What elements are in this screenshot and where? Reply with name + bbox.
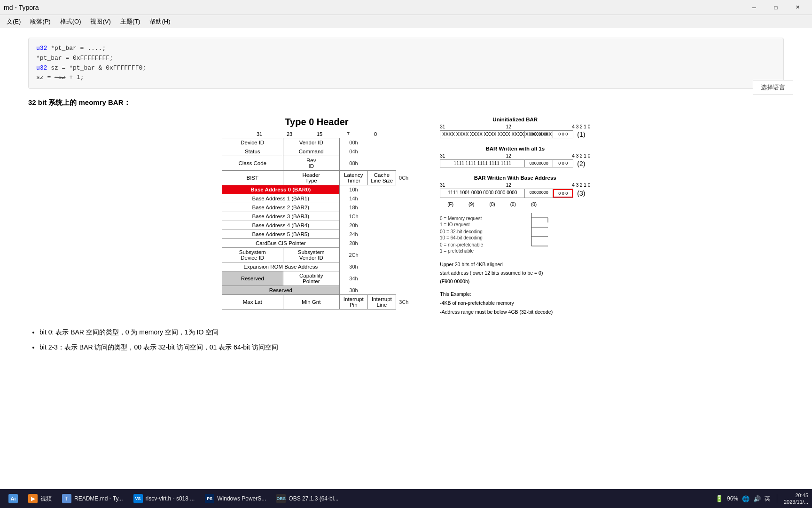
bit-label-31c: 31 bbox=[440, 183, 445, 188]
clock-date: 2023/11/... bbox=[784, 499, 808, 505]
bar-all-ones: BAR Written with all 1s 31 12 4 3 2 1 0 … bbox=[440, 146, 590, 167]
cell-offset-30h: 30h bbox=[339, 262, 367, 271]
cell-cache-line-size: CacheLine Size bbox=[367, 171, 396, 185]
battery-icon: 🔋 bbox=[715, 495, 723, 502]
typora-label: README.md - Ty... bbox=[74, 495, 123, 502]
table-row: Reserved 38h bbox=[222, 286, 412, 295]
minimize-button[interactable]: ─ bbox=[743, 0, 765, 15]
taskbar-app-vscode[interactable]: VS riscv-virt.h - s018 ... bbox=[129, 492, 200, 505]
cell-offset-1ch: 1Ch bbox=[339, 212, 367, 221]
cell-offset-08h: 08h bbox=[339, 156, 367, 171]
title-bar: md - Typora ─ □ ✕ bbox=[0, 0, 812, 15]
cell-offset-04h: 04h bbox=[339, 147, 367, 156]
title-text: md - Typora bbox=[4, 4, 39, 11]
taskbar-app-typora[interactable]: T README.md - Ty... bbox=[57, 492, 128, 505]
table-row: Base Address 2 (BAR2) 18h bbox=[222, 203, 412, 212]
code-block: u32 *pt_bar = ....; *pt_bar = 0xFFFFFFFF… bbox=[28, 38, 784, 89]
legend-l3: 00 = 32-bit decoding bbox=[440, 229, 483, 234]
legend-l1: 0 = Memory request bbox=[440, 216, 482, 221]
cell-reserved-34: Reserved bbox=[222, 271, 283, 286]
legend-l5: 0 = non-prefetchable bbox=[440, 242, 483, 247]
cell-offset-34h: 34h bbox=[339, 271, 367, 286]
taskbar-app-obs[interactable]: OBS OBS 27.1.3 (64-bi... bbox=[272, 492, 343, 505]
table-row: Base Address 4 (BAR4) 20h bbox=[222, 221, 412, 230]
keyboard-layout: 英 bbox=[765, 495, 770, 503]
taskbar: Ai ▶ 视频 T README.md - Ty... VS riscv-vir… bbox=[0, 489, 812, 508]
cell-offset-2ch: 2Ch bbox=[339, 248, 367, 262]
cell-expansion-rom: Expansion ROM Base Address bbox=[222, 262, 339, 271]
bar-cell-00000000: 00000000 bbox=[525, 131, 553, 138]
cell-offset-28h: 28h bbox=[339, 239, 367, 248]
cell-vendor-id: Vendor ID bbox=[283, 138, 339, 147]
bar-allones-bits: 31 12 4 3 2 1 0 bbox=[440, 153, 590, 159]
bar-upper-desc: Upper 20 bits of 4KB aligned start addre… bbox=[440, 261, 590, 286]
cell-min-gnt: Min Gnt bbox=[283, 295, 339, 310]
vscode-icon: VS bbox=[133, 494, 143, 503]
bar-uninit-title: Uninitialized BAR bbox=[440, 117, 590, 122]
bit-label-31: 31 bbox=[440, 124, 445, 129]
cell-offset-18h: 18h bbox=[339, 203, 367, 212]
bit-label-12b: 12 bbox=[506, 153, 511, 159]
typora-icon: T bbox=[62, 494, 71, 503]
cell-cardbus: CardBus CIS Pointer bbox=[222, 239, 339, 248]
vscode-label: riscv-virt.h - s018 ... bbox=[146, 495, 195, 502]
editor-area[interactable]: u32 *pt_bar = ....; *pt_bar = 0xFFFFFFFF… bbox=[0, 28, 812, 489]
language-selector[interactable]: 选择语言 bbox=[753, 80, 793, 95]
bar-uninit-cells: XXXX XXXX XXXX XXXX XXXX XXXX XXXX XXXX … bbox=[440, 130, 573, 138]
taskbar-app-video[interactable]: ▶ 视频 bbox=[23, 492, 56, 505]
menu-format[interactable]: 格式(O) bbox=[55, 16, 86, 28]
cell-subsystem-vendor: SubsystemVendor ID bbox=[283, 248, 339, 262]
table-row: Status Command 04h bbox=[222, 147, 412, 156]
taskbar-app-ai[interactable]: Ai bbox=[4, 492, 23, 505]
table-row: Reserved CapabilityPointer 34h bbox=[222, 271, 412, 286]
table-row: Class Code RevID 08h bbox=[222, 156, 412, 171]
bar-cell-xxxx: XXXX XXXX XXXX XXXX XXXX XXXX XXXX XXXX bbox=[440, 131, 525, 138]
legend-l6: 1 = prefetchable bbox=[440, 248, 474, 254]
code-line-3: u32 sz = *pt_bar & 0xFFFFFFF0; bbox=[36, 64, 776, 73]
cell-offset-3ch: 3Ch bbox=[396, 295, 412, 310]
table-row: Base Address 3 (BAR3) 1Ch bbox=[222, 212, 412, 221]
bar-cell-1111: 1111 1111 1111 1111 1111 bbox=[440, 160, 525, 167]
table-row: Max Lat Min Gnt InterruptPin InterruptLi… bbox=[222, 295, 412, 310]
close-button[interactable]: ✕ bbox=[787, 0, 808, 15]
example-l2: -Address range must be below 4GB (32-bit… bbox=[440, 308, 590, 317]
menu-paragraph[interactable]: 段落(P) bbox=[25, 16, 55, 28]
cell-offset-00h: 00h bbox=[339, 138, 367, 147]
section-heading: 32 bit 系统上的 meomry BAR： bbox=[28, 98, 784, 107]
cell-offset-0ch: 0Ch bbox=[396, 171, 412, 185]
menu-theme[interactable]: 主题(T) bbox=[116, 16, 145, 28]
bit-31: 31 bbox=[257, 131, 262, 137]
maximize-button[interactable]: □ bbox=[765, 0, 787, 15]
taskbar-app-powershell[interactable]: PS Windows PowerS... bbox=[200, 492, 271, 505]
cell-offset-14h: 14h bbox=[339, 194, 367, 203]
bit-label-4321c: 4 3 2 1 0 bbox=[572, 183, 590, 188]
cell-bist: BIST bbox=[222, 171, 283, 185]
cell-command: Command bbox=[283, 147, 339, 156]
cell-offset-10h: 10h bbox=[339, 185, 367, 194]
hex-9: (9) bbox=[468, 202, 474, 207]
bar-baseaddr-row: 1111 1001 0000 0000 0000 0000 00000000 0… bbox=[440, 189, 590, 198]
taskbar-right: 🔋 96% 🌐 🔊 英 20:45 2023/11/... bbox=[715, 492, 808, 506]
menu-file[interactable]: 文(E) bbox=[2, 16, 25, 28]
bit-7: 7 bbox=[347, 131, 350, 137]
bit-0: 0 bbox=[374, 131, 377, 137]
cell-bar1: Base Address 1 (BAR1) bbox=[222, 194, 339, 203]
bar-cell-00000000c: 00000000 bbox=[525, 189, 553, 198]
code-line-4: sz = ~sz + 1; bbox=[36, 73, 776, 83]
menu-bar: 文(E) 段落(P) 格式(O) 视图(V) 主题(T) 帮助(H) bbox=[0, 15, 812, 28]
cell-offset-20h: 20h bbox=[339, 221, 367, 230]
cell-bar0: Base Address 0 (BAR0) bbox=[222, 185, 339, 194]
bullet-list: bit 0: 表示 BAR 空间的类型，0 为 memory 空间，1为 IO … bbox=[39, 325, 784, 354]
bit-15: 15 bbox=[317, 131, 322, 137]
hex-0c: (0) bbox=[531, 202, 537, 207]
cell-bar3: Base Address 3 (BAR3) bbox=[222, 212, 339, 221]
list-item: bit 0: 表示 BAR 空间的类型，0 为 memory 空间，1为 IO … bbox=[39, 325, 784, 339]
bar-uninit-row: XXXX XXXX XXXX XXXX XXXX XXXX XXXX XXXX … bbox=[440, 130, 590, 138]
menu-help[interactable]: 帮助(H) bbox=[145, 16, 175, 28]
example-l1: -4KB of non-prefetchable memory bbox=[440, 299, 590, 308]
video-label: 视频 bbox=[40, 495, 52, 503]
example-title: This Example: bbox=[440, 290, 590, 299]
bit-label-12c: 12 bbox=[506, 183, 511, 188]
menu-view[interactable]: 视图(V) bbox=[86, 16, 115, 28]
bit-label-31b: 31 bbox=[440, 153, 445, 159]
